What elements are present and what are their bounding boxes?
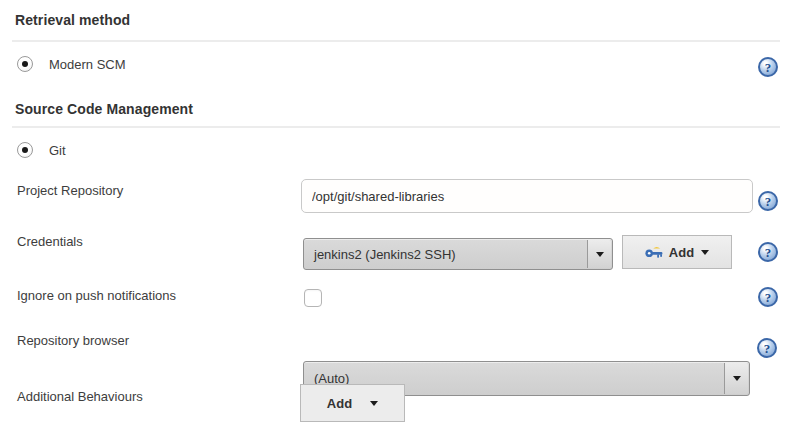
scm-config-form: Retrieval method Modern SCM ? Source Cod… xyxy=(0,0,800,442)
radio-icon[interactable] xyxy=(17,142,33,158)
radio-option-label: Modern SCM xyxy=(49,57,126,72)
help-icon[interactable]: ? xyxy=(757,338,777,358)
chevron-down-icon xyxy=(596,252,604,257)
radio-option-label: Git xyxy=(49,143,66,158)
credentials-add-button[interactable]: Add xyxy=(622,235,732,269)
project-repository-label: Project Repository xyxy=(17,183,123,198)
help-icon[interactable]: ? xyxy=(758,57,778,77)
project-repository-input[interactable] xyxy=(301,179,753,213)
chevron-down-icon xyxy=(701,250,709,255)
help-icon[interactable]: ? xyxy=(758,242,778,262)
credentials-select[interactable]: jenkins2 (Jenkins2 SSH) xyxy=(303,238,613,270)
help-icon[interactable]: ? xyxy=(758,191,778,211)
ignore-push-label: Ignore on push notifications xyxy=(17,288,176,303)
section-divider xyxy=(12,126,780,128)
add-button-label: Add xyxy=(327,396,352,411)
select-arrow-button[interactable] xyxy=(724,363,748,394)
retrieval-method-heading: Retrieval method xyxy=(15,12,130,28)
key-icon xyxy=(645,245,663,259)
repository-browser-label: Repository browser xyxy=(17,333,129,348)
radio-icon[interactable] xyxy=(17,56,33,72)
radio-option-git[interactable]: Git xyxy=(17,142,66,158)
additional-behaviours-label: Additional Behaviours xyxy=(17,389,143,404)
scm-heading: Source Code Management xyxy=(15,101,193,117)
select-arrow-button[interactable] xyxy=(587,240,611,268)
credentials-selected-value: jenkins2 (Jenkins2 SSH) xyxy=(314,247,456,262)
chevron-down-icon xyxy=(733,376,741,381)
add-button-label: Add xyxy=(669,245,694,260)
radio-option-modern-scm[interactable]: Modern SCM xyxy=(17,56,126,72)
additional-behaviours-add-button[interactable]: Add xyxy=(300,384,405,422)
section-divider xyxy=(12,40,780,42)
ignore-push-checkbox[interactable] xyxy=(304,289,322,307)
credentials-label: Credentials xyxy=(17,234,83,249)
chevron-down-icon xyxy=(370,401,378,406)
help-icon[interactable]: ? xyxy=(758,287,778,307)
